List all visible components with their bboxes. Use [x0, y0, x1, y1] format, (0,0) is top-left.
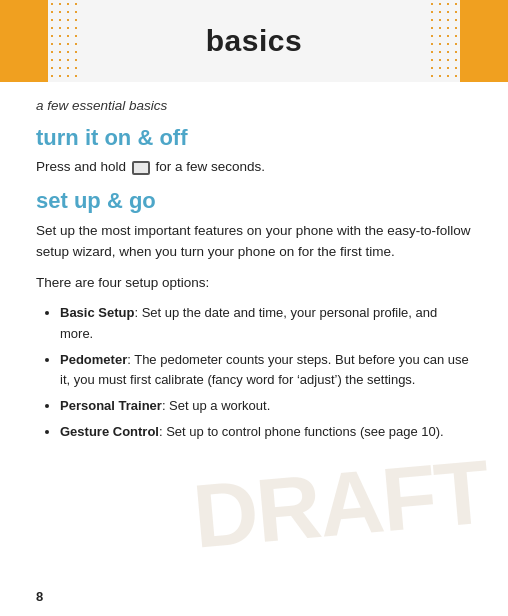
bullet-text-personal-trainer: : Set up a workout.	[162, 398, 270, 413]
page-number: 8	[36, 589, 43, 604]
header-orange-left	[0, 0, 48, 82]
bullet-text-gesture-control: : Set up to control phone functions (see…	[159, 424, 444, 439]
list-item-gesture-control: Gesture Control: Set up to control phone…	[60, 422, 472, 442]
list-item-personal-trainer: Personal Trainer: Set up a workout.	[60, 396, 472, 416]
section-intro1: Set up the most important features on yo…	[36, 221, 472, 263]
bullet-bold-pedometer: Pedometer	[60, 352, 127, 367]
bullet-bold-gesture-control: Gesture Control	[60, 424, 159, 439]
page-title: basics	[206, 24, 302, 58]
list-item-pedometer: Pedometer: The pedometer counts your ste…	[60, 350, 472, 390]
page-header: basics	[0, 0, 508, 82]
section-intro2: There are four setup options:	[36, 273, 472, 294]
content-area: a few essential basics turn it on & off …	[0, 82, 508, 466]
power-button-icon	[132, 161, 150, 175]
section-text-turn-on-off: Press and hold for a few seconds.	[36, 157, 472, 178]
section-title-set-up-go: set up & go	[36, 188, 472, 214]
subtitle: a few essential basics	[36, 98, 472, 113]
bullet-bold-personal-trainer: Personal Trainer	[60, 398, 162, 413]
header-orange-right	[460, 0, 508, 82]
list-item-basic-setup: Basic Setup: Set up the date and time, y…	[60, 303, 472, 343]
setup-options-list: Basic Setup: Set up the date and time, y…	[36, 303, 472, 442]
section-title-turn-on-off: turn it on & off	[36, 125, 472, 151]
bullet-bold-basic-setup: Basic Setup	[60, 305, 134, 320]
